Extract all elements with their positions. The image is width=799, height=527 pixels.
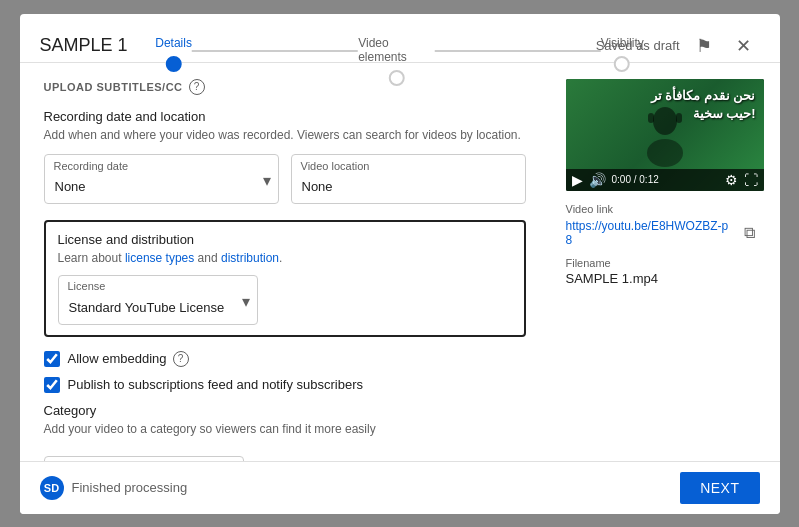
modal-left-panel: UPLOAD SUBTITLES/CC ? Recording date and…	[20, 63, 550, 461]
video-controls-bar: ▶ 🔊 0:00 / 0:12 ⚙ ⛶	[566, 169, 764, 191]
allow-embedding-checkbox[interactable]	[44, 351, 60, 367]
recording-section: Recording date and location Add when and…	[44, 109, 526, 204]
user-avatar: SD	[40, 476, 64, 500]
license-types-link[interactable]: license types	[125, 251, 194, 265]
publish-feed-row: Publish to subscriptions feed and notify…	[44, 377, 526, 393]
license-select-group: License Standard YouTube License ▾	[58, 275, 258, 325]
recording-date-label: Recording date	[54, 160, 129, 172]
person-silhouette	[640, 101, 690, 171]
step-line-2	[434, 50, 600, 52]
video-location-label: Video location	[301, 160, 370, 172]
flag-icon: ⚑	[696, 35, 712, 57]
license-subtitle-mid: and	[194, 251, 221, 265]
allow-embedding-label: Allow embedding ?	[68, 351, 189, 367]
step-video-elements: Video elements	[358, 36, 434, 86]
svg-rect-2	[676, 113, 682, 123]
category-subtitle: Add your video to a category so viewers …	[44, 422, 526, 436]
video-link-label: Video link	[566, 203, 764, 215]
publish-feed-label: Publish to subscriptions feed and notify…	[68, 377, 364, 392]
license-title: License and distribution	[58, 232, 512, 247]
video-link-url[interactable]: https://youtu.be/E8HWOZBZ-p8	[566, 219, 730, 247]
flag-button[interactable]: ⚑	[688, 30, 720, 62]
step-details: Details	[155, 36, 192, 72]
filename-value: SAMPLE 1.mp4	[566, 271, 764, 286]
category-select-group: People & Blogs ▾	[44, 456, 244, 461]
publish-feed-checkbox[interactable]	[44, 377, 60, 393]
license-label: License	[68, 280, 106, 292]
modal-body: UPLOAD SUBTITLES/CC ? Recording date and…	[20, 63, 780, 461]
next-button[interactable]: NEXT	[680, 472, 759, 504]
modal-right-panel: نحن نقدم مكافأة تر حيب سخية! ▶	[550, 63, 780, 461]
video-preview: نحن نقدم مكافأة تر حيب سخية! ▶	[566, 79, 764, 191]
license-section: License and distribution Learn about lic…	[44, 220, 526, 337]
processing-text: Finished processing	[72, 480, 188, 495]
recording-subtitle: Add when and where your video was record…	[44, 128, 526, 142]
step-details-circle	[166, 56, 182, 72]
category-section: Category Add your video to a category so…	[44, 403, 526, 461]
step-line-1	[192, 50, 358, 52]
video-details-modal: SAMPLE 1 Saved as draft ⚑ ✕ Details Vide	[20, 14, 780, 514]
license-subtitle: Learn about license types and distributi…	[58, 251, 512, 265]
license-subtitle-suffix: .	[279, 251, 282, 265]
modal-footer: SD Finished processing NEXT	[20, 461, 780, 514]
recording-title: Recording date and location	[44, 109, 526, 124]
filename-label: Filename	[566, 257, 764, 269]
volume-button[interactable]: 🔊	[589, 173, 606, 187]
video-settings-button[interactable]: ⚙	[725, 173, 738, 187]
step-visibility-label: Visibility	[601, 36, 644, 50]
close-button[interactable]: ✕	[728, 30, 760, 62]
copy-link-button[interactable]: ⧉	[736, 219, 764, 247]
close-icon: ✕	[736, 35, 751, 57]
step-visibility-circle	[614, 56, 630, 72]
allow-embedding-row: Allow embedding ?	[44, 351, 526, 367]
step-video-elements-label: Video elements	[358, 36, 434, 64]
step-visibility: Visibility	[601, 36, 644, 72]
modal-title: SAMPLE 1	[40, 35, 128, 56]
recording-input-row: Recording date None ▾ Video location	[44, 154, 526, 204]
copy-icon: ⧉	[744, 224, 755, 242]
category-title: Category	[44, 403, 526, 418]
category-select[interactable]: People & Blogs	[44, 456, 244, 461]
video-link-row: https://youtu.be/E8HWOZBZ-p8 ⧉	[566, 219, 764, 247]
play-button[interactable]: ▶	[572, 173, 583, 187]
license-subtitle-prefix: Learn about	[58, 251, 125, 265]
fullscreen-button[interactable]: ⛶	[744, 173, 758, 187]
embedding-help-icon[interactable]: ?	[173, 351, 189, 367]
video-location-group: Video location	[291, 154, 526, 204]
filename-section: Filename SAMPLE 1.mp4	[566, 257, 764, 286]
video-link-section: Video link https://youtu.be/E8HWOZBZ-p8 …	[566, 203, 764, 247]
recording-date-group: Recording date None ▾	[44, 154, 279, 204]
svg-point-0	[653, 107, 677, 135]
time-display: 0:00 / 0:12	[612, 174, 719, 185]
step-details-label: Details	[155, 36, 192, 50]
step-video-elements-circle	[388, 70, 404, 86]
svg-point-3	[647, 139, 683, 167]
modal-header: SAMPLE 1 Saved as draft ⚑ ✕ Details Vide	[20, 14, 780, 63]
distribution-link[interactable]: distribution	[221, 251, 279, 265]
footer-left: SD Finished processing	[40, 476, 188, 500]
svg-rect-1	[648, 113, 654, 123]
